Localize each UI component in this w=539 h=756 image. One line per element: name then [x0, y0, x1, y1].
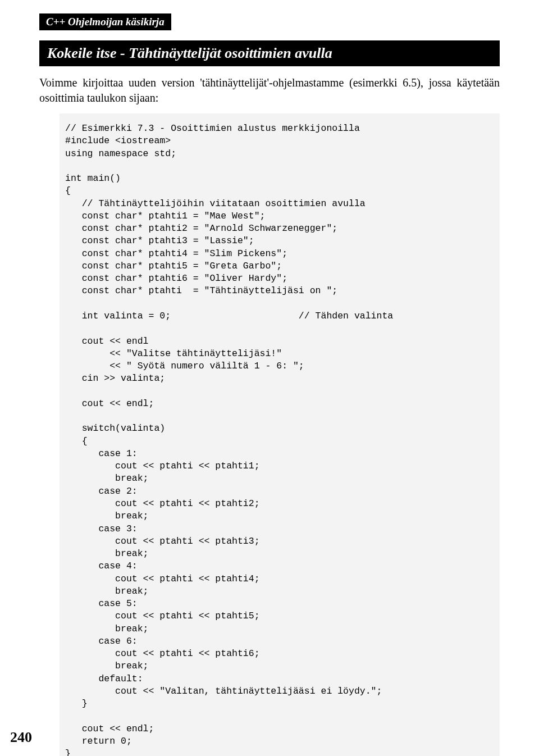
- book-label: C++ Ohjelmoijan käsikirja: [39, 13, 171, 30]
- page-number: 240: [10, 729, 32, 746]
- section-title: Kokeile itse - Tähtinäyttelijät osoittim…: [39, 40, 500, 66]
- intro-paragraph: Voimme kirjoittaa uuden version 'tähtinä…: [39, 75, 500, 106]
- code-block: // Esimerkki 7.3 - Osoittimien alustus m…: [60, 113, 500, 756]
